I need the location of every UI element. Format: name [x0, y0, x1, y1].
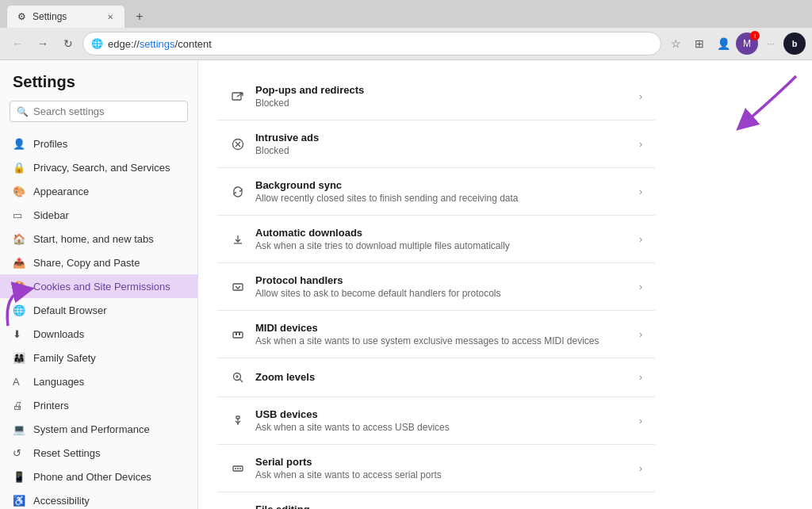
item-title: Background sync	[255, 179, 639, 191]
settings-item-background-sync[interactable]: Background sync Allow recently closed si…	[217, 168, 655, 216]
sidebar-item-profiles[interactable]: 👤 Profiles	[0, 132, 197, 155]
system-icon: 💻	[13, 423, 25, 435]
content-area: Pop-ups and redirects Blocked › Intrusiv…	[198, 60, 812, 509]
sidebar-item-label: Default Browser	[33, 304, 106, 316]
sidebar-item-system[interactable]: 💻 System and Performance	[0, 417, 197, 441]
sidebar-item-appearance[interactable]: 🎨 Appearance	[0, 179, 197, 203]
item-text: Background sync Allow recently closed si…	[255, 179, 639, 204]
settings-item-auto-downloads[interactable]: Automatic downloads Ask when a site trie…	[217, 216, 655, 263]
item-title: USB devices	[255, 408, 639, 420]
search-icon: 🔍	[17, 106, 29, 117]
item-left: Intrusive ads Blocked	[230, 132, 639, 156]
item-desc: Ask when a site wants to use system excl…	[255, 335, 639, 346]
sidebar-item-label: Cookies and Site Permissions	[33, 281, 170, 293]
sidebar-icon: ▭	[13, 209, 25, 221]
sidebar-item-family-safety[interactable]: 👨‍👩‍👧 Family Safety	[0, 346, 197, 369]
address-bar[interactable]: 🌐 edge://settings/content	[82, 32, 661, 55]
settings-tab[interactable]: ⚙ Settings ✕	[6, 5, 125, 28]
item-desc: Allow sites to ask to become default han…	[255, 288, 639, 299]
sidebar-item-languages[interactable]: A Languages	[0, 369, 197, 393]
item-text: File editing Ask when a site wants to ed…	[255, 503, 639, 509]
account-icon[interactable]: 👤	[712, 33, 734, 55]
item-title: Zoom levels	[255, 371, 639, 383]
auto-downloads-icon	[230, 232, 246, 247]
settings-item-intrusive-ads[interactable]: Intrusive ads Blocked ›	[217, 121, 655, 168]
browser-chrome: ⚙ Settings ✕ + ← → ↻ 🌐 edge://settings/c…	[0, 0, 812, 60]
forward-button[interactable]: →	[32, 33, 54, 55]
sidebar-item-reset[interactable]: ↺ Reset Settings	[0, 441, 197, 465]
item-title: Protocol handlers	[255, 274, 639, 286]
main-layout: Settings 🔍 👤 Profiles 🔒 Privacy, Search,…	[0, 60, 812, 509]
downloads-icon: ⬇	[13, 327, 25, 340]
search-box[interactable]: 🔍	[10, 101, 188, 122]
accessibility-icon: ♿	[13, 494, 25, 507]
sidebar-item-default-browser[interactable]: 🌐 Default Browser	[0, 298, 197, 322]
item-left: Automatic downloads Ask when a site trie…	[230, 227, 639, 251]
printers-icon: 🖨	[13, 399, 25, 411]
chevron-icon: ›	[639, 234, 642, 245]
tab-title: Settings	[33, 11, 67, 22]
collections-icon[interactable]: ⊞	[688, 33, 710, 55]
sidebar-item-sidebar[interactable]: ▭ Sidebar	[0, 203, 197, 227]
svg-rect-0	[232, 93, 241, 100]
sidebar-item-label: Appearance	[33, 186, 89, 197]
extensions-icon[interactable]: ···	[760, 33, 782, 55]
sidebar-item-label: Start, home, and new tabs	[33, 233, 154, 245]
appearance-icon: 🎨	[13, 185, 25, 197]
sidebar-item-accessibility[interactable]: ♿ Accessibility	[0, 488, 197, 509]
refresh-button[interactable]: ↻	[57, 33, 79, 55]
sidebar-item-privacy[interactable]: 🔒 Privacy, Search, and Services	[0, 155, 197, 179]
settings-item-file-editing[interactable]: File editing Ask when a site wants to ed…	[217, 492, 655, 509]
item-desc: Blocked	[255, 98, 639, 109]
chevron-icon: ›	[639, 415, 642, 427]
svg-rect-3	[233, 332, 243, 338]
sidebar-item-label: Share, Copy and Paste	[33, 257, 140, 269]
profile-avatar[interactable]: M !	[736, 33, 758, 55]
ads-icon	[230, 136, 246, 152]
new-tab-button[interactable]: +	[128, 6, 151, 28]
sidebar-item-label: Reset Settings	[33, 447, 101, 459]
settings-item-usb[interactable]: USB devices Ask when a site wants to acc…	[217, 397, 655, 445]
settings-item-protocol-handlers[interactable]: Protocol handlers Allow sites to ask to …	[217, 263, 655, 311]
sidebar-item-share-copy[interactable]: 📤 Share, Copy and Paste	[0, 251, 197, 274]
sidebar-item-downloads[interactable]: ⬇ Downloads	[0, 322, 197, 346]
item-desc: Ask when a site wants to access serial p…	[255, 469, 639, 480]
item-left: Serial ports Ask when a site wants to ac…	[230, 456, 639, 480]
sidebar-item-label: Profiles	[33, 138, 67, 150]
nav-actions: ☆ ⊞ 👤 M ! ··· b	[665, 33, 806, 55]
item-text: Automatic downloads Ask when a site trie…	[255, 227, 639, 251]
item-left: USB devices Ask when a site wants to acc…	[230, 408, 639, 433]
svg-rect-7	[236, 416, 239, 419]
content-wrapper: Pop-ups and redirects Blocked › Intrusiv…	[198, 60, 812, 509]
sidebar-item-label: Privacy, Search, and Services	[33, 162, 170, 174]
item-text: USB devices Ask when a site wants to acc…	[255, 408, 639, 433]
item-text: Zoom levels	[255, 371, 639, 385]
sidebar-item-cookies[interactable]: 🍪 Cookies and Site Permissions	[0, 274, 197, 298]
chevron-icon: ›	[639, 281, 642, 293]
sidebar-item-printers[interactable]: 🖨 Printers	[0, 393, 197, 417]
content-inner: Pop-ups and redirects Blocked › Intrusiv…	[198, 60, 674, 509]
item-text: Protocol handlers Allow sites to ask to …	[255, 274, 639, 299]
favorites-icon[interactable]: ☆	[665, 33, 687, 55]
tab-close-button[interactable]: ✕	[104, 10, 117, 23]
sidebar-item-label: Languages	[33, 376, 84, 388]
nav-bar: ← → ↻ 🌐 edge://settings/content ☆ ⊞ 👤 M …	[0, 28, 812, 59]
languages-icon: A	[13, 375, 25, 388]
sidebar-item-phone[interactable]: 📱 Phone and Other Devices	[0, 465, 197, 488]
settings-item-midi[interactable]: MIDI devices Ask when a site wants to us…	[217, 311, 655, 358]
settings-item-serial[interactable]: Serial ports Ask when a site wants to ac…	[217, 445, 655, 492]
settings-item-popups[interactable]: Pop-ups and redirects Blocked ›	[217, 73, 655, 121]
profiles-icon: 👤	[13, 137, 25, 150]
settings-item-zoom[interactable]: Zoom levels ›	[217, 358, 655, 397]
tab-bar: ⚙ Settings ✕ +	[0, 0, 812, 28]
search-input[interactable]	[33, 105, 181, 117]
sidebar-item-start-home[interactable]: 🏠 Start, home, and new tabs	[0, 227, 197, 251]
svg-rect-5	[239, 332, 240, 335]
svg-point-11	[239, 468, 241, 469]
bing-button[interactable]: b	[783, 33, 806, 55]
item-title: File editing	[255, 503, 639, 509]
back-button[interactable]: ←	[6, 33, 29, 55]
item-desc: Ask when a site wants to access USB devi…	[255, 422, 639, 433]
item-left: Protocol handlers Allow sites to ask to …	[230, 274, 639, 299]
item-left: File editing Ask when a site wants to ed…	[230, 503, 639, 509]
